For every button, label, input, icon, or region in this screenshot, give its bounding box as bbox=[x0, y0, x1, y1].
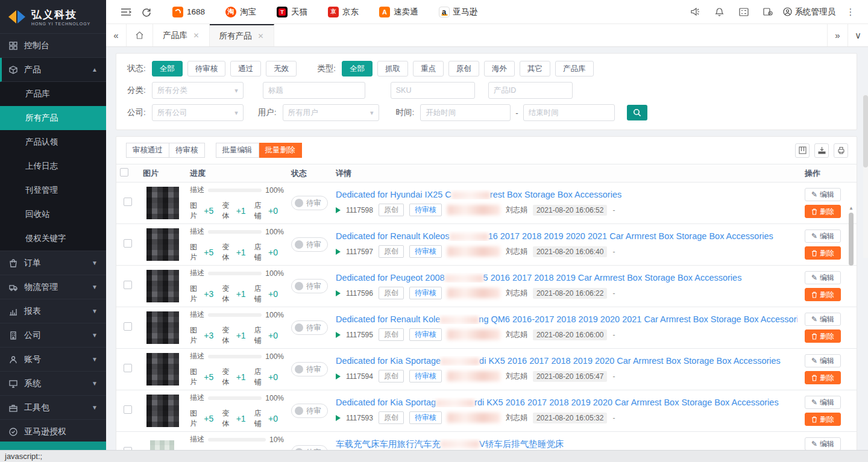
status-filter-approved[interactable]: 通过 bbox=[230, 61, 261, 76]
delete-button[interactable]: 删除 bbox=[805, 288, 841, 301]
status-filter-pending[interactable]: 待审核 bbox=[187, 61, 226, 76]
type-filter-other[interactable]: 其它 bbox=[520, 61, 550, 76]
sidebar-item-reports[interactable]: 报表 ▼ bbox=[0, 299, 106, 323]
end-time-input[interactable] bbox=[523, 104, 615, 121]
sidebar-item-system[interactable]: 系统 ▼ bbox=[0, 372, 106, 396]
play-icon[interactable] bbox=[336, 290, 341, 296]
type-filter-overseas[interactable]: 海外 bbox=[484, 61, 515, 76]
sidebar-item-listing-management[interactable]: 刊登管理 bbox=[0, 178, 106, 202]
product-image[interactable] bbox=[146, 311, 179, 344]
apps-grid-icon[interactable] bbox=[735, 3, 753, 21]
tab-product-library[interactable]: 产品库 ✕ bbox=[153, 24, 210, 46]
product-image[interactable] bbox=[146, 187, 179, 219]
play-icon[interactable] bbox=[336, 373, 341, 379]
product-title-link[interactable]: Dedicated for Hyundai IX25 Crest Box Sto… bbox=[336, 190, 797, 199]
type-filter-scraped[interactable]: 抓取 bbox=[377, 61, 408, 76]
sidebar-item-amazon-auth[interactable]: 亚马逊授权 bbox=[0, 420, 106, 442]
product-title-link[interactable]: 车载充气床车用旅行汽车充V轿车后排气垫睡觉床 bbox=[336, 439, 797, 450]
delete-button[interactable]: 删除 bbox=[805, 205, 841, 218]
tabs-scroll-right-icon[interactable]: » bbox=[827, 24, 848, 46]
delete-button[interactable]: 删除 bbox=[805, 371, 841, 384]
sidebar-item-product-claim[interactable]: 产品认领 bbox=[0, 130, 106, 154]
column-settings-icon[interactable] bbox=[795, 143, 810, 158]
row-checkbox[interactable] bbox=[124, 198, 132, 206]
product-image[interactable] bbox=[146, 228, 179, 261]
marketplace-1688[interactable]: 1688 bbox=[172, 7, 205, 17]
row-checkbox[interactable] bbox=[124, 239, 132, 248]
page-scrollbar-thumb[interactable] bbox=[863, 95, 868, 167]
status-filter-all[interactable]: 全部 bbox=[152, 61, 183, 76]
close-tab-icon[interactable]: ✕ bbox=[193, 31, 200, 40]
sidebar-item-infringing-keywords[interactable]: 侵权关键字 bbox=[0, 226, 106, 251]
product-title-link[interactable]: Dedicated for Renault Koleos16 2017 2018… bbox=[336, 231, 797, 241]
product-image[interactable] bbox=[146, 270, 179, 302]
play-icon[interactable] bbox=[336, 249, 341, 255]
play-icon[interactable] bbox=[336, 207, 341, 213]
tab-all-products[interactable]: 所有产品 ✕ bbox=[210, 24, 274, 46]
product-title-link[interactable]: Dedicated for Kia Sportagedi KX5 2016 20… bbox=[336, 356, 797, 366]
type-filter-original[interactable]: 原创 bbox=[448, 61, 479, 76]
home-tab[interactable] bbox=[127, 24, 153, 46]
row-checkbox[interactable] bbox=[124, 405, 132, 414]
batch-delete-button[interactable]: 批量删除 bbox=[259, 143, 302, 158]
company-select[interactable]: 所有公司 ▾ bbox=[152, 104, 244, 121]
user-menu[interactable]: 系统管理员 bbox=[783, 7, 836, 17]
table-scrollbar[interactable]: ▲ bbox=[848, 204, 855, 450]
refresh-icon[interactable] bbox=[137, 3, 156, 21]
type-filter-key[interactable]: 重点 bbox=[413, 61, 444, 76]
status-filter-invalid[interactable]: 无效 bbox=[266, 61, 297, 76]
product-id-input[interactable] bbox=[488, 82, 573, 99]
product-image[interactable] bbox=[150, 440, 174, 450]
tabs-scroll-left-icon[interactable]: « bbox=[106, 24, 127, 46]
product-title-link[interactable]: Dedicated for Kia Sportagrdi KX5 2016 20… bbox=[336, 398, 797, 407]
row-checkbox[interactable] bbox=[124, 281, 132, 289]
scrollbar-thumb[interactable] bbox=[849, 213, 854, 266]
play-icon[interactable] bbox=[336, 415, 341, 421]
marketplace-tmall[interactable]: T 天猫 bbox=[277, 7, 307, 17]
set-pending-button[interactable]: 待审核 bbox=[169, 143, 205, 158]
type-filter-all[interactable]: 全部 bbox=[342, 61, 373, 76]
sidebar-item-product[interactable]: 产品 ▲ bbox=[0, 58, 106, 82]
tasks-icon[interactable] bbox=[759, 3, 777, 21]
play-icon[interactable] bbox=[336, 332, 341, 338]
sidebar-item-upload-log[interactable]: 上传日志 bbox=[0, 154, 106, 178]
row-checkbox[interactable] bbox=[124, 364, 132, 372]
product-title-link[interactable]: Dedicated for Renault Koleng QM6 2016-20… bbox=[336, 314, 797, 324]
approve-button[interactable]: 审核通过 bbox=[126, 143, 169, 158]
search-button[interactable] bbox=[627, 105, 647, 120]
marketplace-aliexpress[interactable]: A 速卖通 bbox=[379, 7, 418, 17]
select-all-checkbox[interactable] bbox=[120, 168, 128, 176]
sidebar-item-product-library[interactable]: 产品库 bbox=[0, 82, 106, 106]
sidebar-item-logistics[interactable]: 物流管理 ▼ bbox=[0, 275, 106, 299]
delete-button[interactable]: 删除 bbox=[805, 329, 841, 343]
edit-button[interactable]: ✎ 编辑 bbox=[805, 437, 841, 450]
sidebar-item-recycle-bin[interactable]: 回收站 bbox=[0, 202, 106, 226]
marketplace-jd[interactable]: 京 京东 bbox=[328, 7, 359, 17]
sku-input[interactable] bbox=[391, 82, 475, 99]
edit-button[interactable]: ✎ 编辑 bbox=[805, 313, 841, 326]
product-image[interactable] bbox=[146, 353, 179, 386]
marketplace-amazon[interactable]: a 亚马逊 bbox=[439, 7, 478, 17]
sidebar-item-dashboard[interactable]: 控制台 bbox=[0, 34, 106, 58]
sidebar-item-accounts[interactable]: 账号 ▼ bbox=[0, 348, 106, 372]
start-time-input[interactable] bbox=[420, 104, 511, 121]
sidebar-item-all-products[interactable]: 所有产品 bbox=[0, 106, 106, 130]
edit-button[interactable]: ✎ 编辑 bbox=[805, 354, 841, 367]
close-tab-icon[interactable]: ✕ bbox=[258, 32, 264, 40]
delete-button[interactable]: 删除 bbox=[805, 246, 841, 260]
edit-button[interactable]: ✎ 编辑 bbox=[805, 271, 841, 284]
marketplace-taobao[interactable]: 淘 淘宝 bbox=[225, 7, 256, 17]
sidebar-item-company[interactable]: 公司 ▼ bbox=[0, 323, 106, 348]
product-title-link[interactable]: Dedicated for Peugeot 20085 2016 2017 20… bbox=[336, 273, 797, 283]
kebab-menu-icon[interactable]: ⋮ bbox=[841, 3, 860, 21]
tabs-menu-icon[interactable]: ∨ bbox=[848, 24, 868, 46]
batch-edit-button[interactable]: 批量编辑 bbox=[216, 143, 259, 158]
sidebar-item-orders[interactable]: 订单 ▼ bbox=[0, 251, 106, 275]
product-image[interactable] bbox=[146, 395, 179, 427]
edit-button[interactable]: ✎ 编辑 bbox=[805, 188, 841, 201]
category-select[interactable]: 所有分类 ▾ bbox=[152, 82, 244, 99]
edit-button[interactable]: ✎ 编辑 bbox=[805, 229, 841, 243]
edit-button[interactable]: ✎ 编辑 bbox=[805, 396, 841, 409]
title-input[interactable] bbox=[263, 82, 365, 99]
print-icon[interactable] bbox=[834, 143, 848, 158]
